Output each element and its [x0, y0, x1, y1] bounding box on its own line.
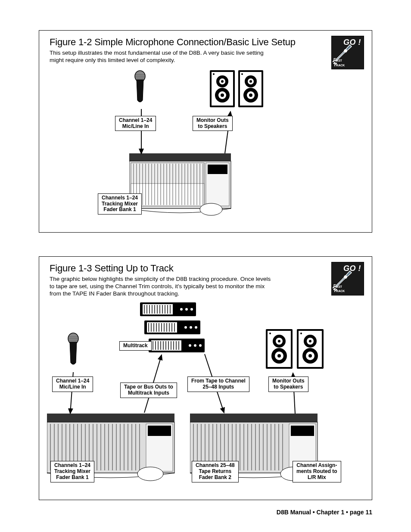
figure-description: The graphic below highlights the simplic…	[50, 276, 274, 298]
figure-title: Figure 1-2 Simple Microphone Connection/…	[50, 37, 361, 48]
page-footer: D8B Manual • Chapter 1 • page 11	[277, 509, 372, 516]
label-fader-bank-2: Channels 25–48Tape ReturnsFader Bank 2	[192, 461, 239, 482]
fast-track-text: FastTrack	[333, 284, 345, 293]
connection-arrows	[50, 69, 360, 224]
label-fader-bank-1: Channels 1–24Tracking MixerFader Bank 1	[98, 193, 142, 215]
label-tape-outs: Tape or Bus Outs toMultitrack Inputs	[120, 383, 177, 398]
label-monitor-outs: Monitor Outsto Speakers	[193, 116, 233, 131]
diagram-1-2: Channel 1–24Mic/Line In Monitor Outsto S…	[50, 69, 361, 224]
label-mic-in: Channel 1–24Mic/Line In	[52, 376, 93, 392]
figure-title: Figure 1-3 Setting Up to Track	[50, 263, 361, 274]
label-lr-mix: Channel Assign-ments Routed toL/R Mix	[293, 461, 341, 482]
fast-track-text: FastTrack	[333, 58, 345, 67]
go-fast-track-badge: GO ! FastTrack	[331, 36, 364, 69]
svg-point-0	[344, 50, 347, 52]
label-multitrack: Multitrack	[119, 341, 152, 351]
figure-description: This setup illustrates the most fundamen…	[50, 50, 274, 64]
label-from-tape: From Tape to Channel25–48 Inputs	[187, 376, 249, 392]
go-fast-track-badge: GO ! FastTrack	[331, 262, 364, 296]
label-mic-in: Channel 1–24Mic/Line In	[115, 116, 156, 131]
diagram-1-3: Multitrack Channel 1–24Mic/Line In Tape …	[50, 302, 361, 492]
svg-point-56	[344, 276, 347, 278]
label-monitor-outs: Monitor Outsto Speakers	[268, 376, 308, 392]
figure-1-2: GO ! FastTrack Figure 1-2 Simple Microph…	[39, 30, 372, 233]
label-fader-bank-1: Channels 1–24Tracking MixerFader Bank 1	[50, 461, 94, 482]
figure-1-3: GO ! FastTrack Figure 1-3 Setting Up to …	[39, 256, 372, 501]
